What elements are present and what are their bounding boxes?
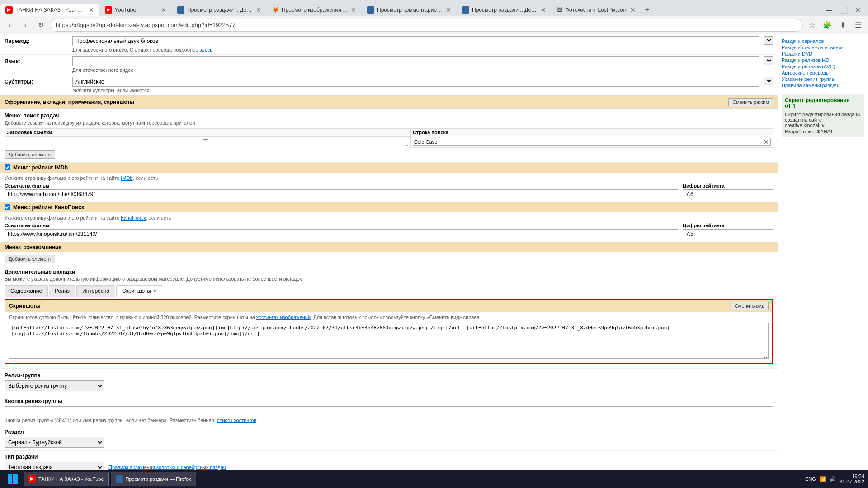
add-tab-button[interactable]: + bbox=[164, 285, 175, 297]
torrent-type-select[interactable]: Тестовая раздача bbox=[5, 462, 104, 470]
imdb-hint: Укажите страницу фильма и его рейтинг на… bbox=[5, 175, 773, 181]
taskbar: ТАНКИ НА ЗАКАЗ - YouTube Просмотр раздач… bbox=[0, 470, 868, 488]
tab-youtube-2[interactable]: YouTube ✕ bbox=[99, 4, 172, 16]
menu-icon[interactable]: ☰ bbox=[852, 19, 864, 32]
lang-input[interactable] bbox=[72, 56, 760, 66]
taskbar-yt-icon bbox=[28, 475, 36, 483]
tab-release-label: Релиз bbox=[55, 288, 70, 294]
extensions-icon[interactable]: 🧩 bbox=[821, 19, 834, 32]
subtitles-select-arrow[interactable] bbox=[764, 77, 773, 85]
subtitles-label: Субтитры: bbox=[5, 77, 68, 85]
tab-close-2[interactable]: ✕ bbox=[161, 6, 166, 14]
search-row-value-input[interactable] bbox=[413, 138, 771, 146]
add-intro-element-button[interactable]: Добавить элемент bbox=[5, 255, 55, 263]
section-select[interactable]: Сериал - Буржуйской bbox=[5, 437, 104, 448]
browser-titlebar: ТАНКИ НА ЗАКАЗ - YouTube ✕ YouTube ✕ Про… bbox=[0, 0, 868, 16]
close-button[interactable]: ✕ bbox=[852, 4, 864, 16]
tab-close-6[interactable]: ✕ bbox=[541, 6, 546, 14]
kinozal-favicon-3 bbox=[177, 6, 184, 14]
taskbar-kinozal-icon bbox=[116, 475, 123, 483]
kinopoisk-link[interactable]: КиноПоиск bbox=[121, 215, 146, 221]
sidebar-link-movies[interactable]: Раздачи фильмов-новинок bbox=[782, 44, 864, 51]
translate-select-arrow[interactable] bbox=[764, 36, 773, 45]
tab-fa-4[interactable]: 🦊 Просмотр изображения — Fa... ✕ bbox=[267, 4, 362, 16]
sidebar-link-avc[interactable]: Раздачи релизов (AVC) bbox=[782, 63, 864, 70]
tab-title-4: Просмотр изображения — Fa... bbox=[282, 7, 348, 13]
sidebar-link-hd[interactable]: Раздачи релизов HD bbox=[782, 57, 864, 63]
sidebar-link-group[interactable]: Указание релиз-группы bbox=[782, 76, 864, 82]
tab-close-1[interactable]: ✕ bbox=[89, 6, 94, 14]
switch-mode-button[interactable]: Сменить режим bbox=[728, 98, 773, 106]
release-btn-hint: Кнопка релиз-группы (88x31) или имя рели… bbox=[5, 418, 773, 423]
tab-kinozal-5[interactable]: Просмотр комментариев: Не... ✕ bbox=[362, 4, 457, 16]
search-clear-icon[interactable]: ✕ bbox=[764, 138, 769, 145]
minimize-button[interactable]: — bbox=[823, 4, 835, 16]
sidebar-link-rules[interactable]: Правила замены раздач bbox=[782, 82, 864, 89]
kp-link-input[interactable] bbox=[5, 229, 678, 239]
subtitles-input[interactable] bbox=[72, 77, 760, 87]
taskbar-date: 31.07.2022 bbox=[840, 479, 864, 484]
rules-link[interactable]: Правила включения золотых и серебряных р… bbox=[108, 465, 226, 470]
forward-button[interactable]: › bbox=[19, 19, 32, 32]
reload-button[interactable]: ↻ bbox=[34, 19, 47, 32]
tab-close-7[interactable]: ✕ bbox=[630, 6, 636, 14]
translate-input[interactable] bbox=[72, 36, 760, 46]
image-hosts-link[interactable]: хостингах изображений bbox=[256, 314, 311, 320]
design-section-title: Оформление, вкладки, примечания, скриншо… bbox=[5, 99, 135, 105]
lang-hint: Для отечественного видео bbox=[72, 67, 760, 73]
tab-youtube-active[interactable]: ТАНКИ НА ЗАКАЗ - YouTube ✕ bbox=[0, 4, 99, 16]
start-button[interactable] bbox=[4, 472, 22, 486]
back-button[interactable]: ‹ bbox=[4, 19, 16, 32]
imdb-rating-input[interactable] bbox=[683, 189, 773, 199]
svg-rect-0 bbox=[8, 474, 12, 479]
sidebar-script-title: Скрипт редактирования v1.0 bbox=[785, 97, 861, 110]
search-row-title-input[interactable] bbox=[406, 138, 408, 146]
subtitles-hint: Укажите субтитры, если имеются bbox=[72, 88, 760, 93]
sidebar-link-serials[interactable]: Раздачи сериалов bbox=[782, 38, 864, 44]
youtube-favicon bbox=[5, 6, 13, 14]
lostpix-favicon: 🖼 bbox=[557, 7, 562, 13]
maximize-button[interactable]: ⬜ bbox=[837, 4, 850, 16]
search-link-row: ✕ bbox=[5, 136, 773, 148]
windows-logo-icon bbox=[7, 474, 18, 484]
kinopoisk-checkbox[interactable] bbox=[5, 204, 10, 210]
hosts-list-link[interactable]: список хостингов bbox=[217, 418, 256, 423]
tab-screenshots-close-icon[interactable]: ✕ bbox=[153, 288, 157, 294]
translate-label: Перевод: bbox=[5, 36, 68, 44]
search-row-checkbox[interactable] bbox=[7, 139, 404, 145]
add-search-element-button[interactable]: Добавить элемент bbox=[5, 150, 55, 159]
taskbar-app-2[interactable]: Просмотр раздачи — Firefox bbox=[111, 472, 196, 486]
address-bar[interactable] bbox=[50, 19, 803, 32]
taskbar-network-icon: 📶 bbox=[820, 476, 826, 482]
new-tab-button[interactable]: + bbox=[641, 4, 654, 16]
tab-kinozal-6[interactable]: Просмотр раздачи :: Детекти... ✕ bbox=[457, 4, 552, 16]
tab-close-4[interactable]: ✕ bbox=[351, 6, 356, 14]
sidebar-link-dvd[interactable]: Раздачи DVD bbox=[782, 51, 864, 57]
tab-lostpix-7[interactable]: 🖼 Фотохостинг LostPix.com ✕ bbox=[552, 4, 641, 16]
tab-kinozal-3[interactable]: Просмотр раздачи :: Детекти... ✕ bbox=[172, 4, 267, 16]
translate-link[interactable]: здесь bbox=[199, 47, 212, 52]
tab-close-3[interactable]: ✕ bbox=[256, 6, 261, 14]
screenshots-switch-btn[interactable]: Сменить вид bbox=[731, 302, 769, 310]
kp-rating-input[interactable] bbox=[683, 229, 773, 239]
tab-close-5[interactable]: ✕ bbox=[446, 6, 451, 14]
bookmark-star-icon[interactable]: ☆ bbox=[806, 19, 818, 32]
imdb-checkbox[interactable] bbox=[5, 164, 10, 170]
screenshots-textarea[interactable]: [url=http://lostpix.com/?v=2022-07-31_ul… bbox=[9, 323, 769, 359]
lang-select-arrow[interactable] bbox=[764, 56, 773, 65]
taskbar-app-1[interactable]: ТАНКИ НА ЗАКАЗ - YouTube bbox=[24, 472, 109, 486]
tab-screenshots[interactable]: Скриншоты ✕ bbox=[116, 285, 163, 297]
release-group-select[interactable]: Выберите релиз группу bbox=[5, 380, 104, 391]
tab-release[interactable]: Релиз bbox=[49, 285, 75, 297]
download-icon[interactable]: ⬇ bbox=[836, 19, 849, 32]
release-btn-input[interactable] bbox=[5, 406, 773, 416]
lang-row: Язык: Для отечественного видео bbox=[0, 55, 778, 75]
content-tabs-bar: Содержание Релиз Интересно Скриншоты ✕ + bbox=[5, 285, 773, 297]
menu-search-title: Меню: поиск раздач bbox=[5, 113, 773, 119]
screenshots-hint: Скриншотов должно быть чётное количество… bbox=[9, 314, 769, 320]
imdb-link-input[interactable] bbox=[5, 189, 678, 199]
tab-content[interactable]: Содержание bbox=[5, 285, 48, 297]
tab-interesting[interactable]: Интересно bbox=[76, 285, 115, 297]
imdb-link[interactable]: IMDb bbox=[121, 175, 132, 181]
sidebar-link-author[interactable]: Авторские переводы bbox=[782, 70, 864, 76]
